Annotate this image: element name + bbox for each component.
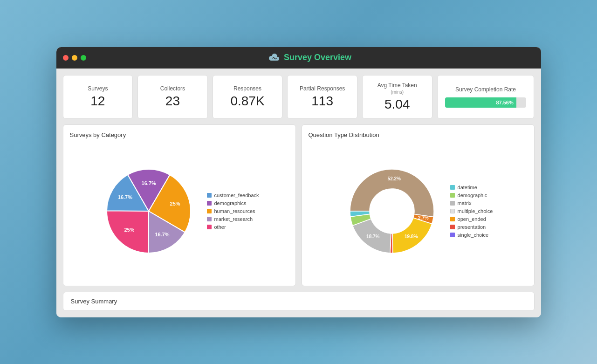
legend-dot-presentation	[450, 225, 455, 229]
svg-text:52.2%: 52.2%	[387, 176, 400, 181]
donut-legend: datetime demographic matrix multipl	[450, 185, 493, 238]
survey-summary-title: Survey Summary	[71, 298, 117, 305]
donut-chart-title: Question Type Distribution	[309, 131, 528, 138]
survey-summary-bar: Survey Summary	[63, 292, 535, 311]
partial-responses-label: Partial Responses	[300, 85, 345, 92]
surveys-card: Surveys 12	[63, 75, 133, 119]
maximize-button[interactable]	[81, 55, 86, 61]
donut-chart-content: 52.2%2.7%19.8%18.7% datetime demographic	[309, 143, 528, 279]
legend-item-market-research: market_research	[207, 216, 259, 222]
pie-legend: customer_feedback demographics human_res…	[207, 192, 259, 230]
donut-chart-card: Question Type Distribution 52.2%2.7%19.8…	[302, 124, 535, 286]
legend-dot-single-choice	[450, 233, 455, 237]
avg-time-value: 5.04	[384, 97, 410, 112]
legend-item-human-resources: human_resources	[207, 208, 259, 214]
legend-item-demographic: demographic	[450, 192, 493, 198]
traffic-lights	[63, 55, 86, 61]
collectors-label: Collectors	[160, 85, 185, 92]
legend-item-customer-feedback: customer_feedback	[207, 192, 259, 198]
legend-dot-market-research	[207, 217, 212, 221]
app-window: Survey Overview Surveys 12 Collectors 23…	[56, 47, 541, 317]
legend-item-other: other	[207, 224, 259, 230]
surveys-label: Surveys	[88, 85, 108, 92]
titlebar-center: Survey Overview	[86, 52, 535, 63]
minimize-button[interactable]	[72, 55, 77, 61]
legend-dot-multiple-choice	[450, 209, 455, 213]
progress-bar-fill: 87.56%	[445, 97, 516, 108]
avg-time-card: Avg Time Taken(mins) 5.04	[362, 75, 432, 119]
completion-rate-card: Survey Completion Rate 87.56%	[437, 75, 535, 119]
svg-text:16.7%: 16.7%	[141, 180, 156, 186]
legend-dot-datetime	[450, 185, 455, 190]
legend-dot-matrix	[450, 201, 455, 206]
svg-text:19.8%: 19.8%	[405, 234, 418, 239]
charts-row: Surveys by Category 16.7%16.7%25%16.7%25…	[63, 124, 535, 286]
legend-dot-human-resources	[207, 209, 212, 213]
legend-dot-demographic	[450, 193, 455, 198]
legend-item-datetime: datetime	[450, 185, 493, 190]
main-content: Surveys 12 Collectors 23 Responses 0.87K…	[56, 69, 541, 317]
legend-item-demographics: demographics	[207, 200, 259, 206]
legend-item-single-choice: single_choice	[450, 232, 493, 238]
pie-chart-svg: 16.7%16.7%25%16.7%25%	[100, 162, 198, 260]
completion-rate-label: Survey Completion Rate	[455, 86, 516, 93]
stats-row: Surveys 12 Collectors 23 Responses 0.87K…	[63, 75, 535, 119]
titlebar: Survey Overview	[56, 47, 541, 69]
svg-text:25%: 25%	[170, 201, 180, 206]
collectors-value: 23	[165, 94, 180, 109]
responses-value: 0.87K	[230, 94, 264, 109]
donut-chart-svg: 52.2%2.7%19.8%18.7%	[343, 162, 441, 260]
legend-dot-demographics	[207, 201, 212, 206]
legend-dot-open-ended	[450, 217, 455, 221]
progress-label: 87.56%	[496, 100, 513, 105]
legend-item-multiple-choice: multiple_choice	[450, 208, 493, 214]
legend-item-open-ended: open_ended	[450, 216, 493, 222]
avg-time-label: Avg Time Taken(mins)	[377, 82, 417, 95]
svg-text:18.7%: 18.7%	[366, 234, 379, 239]
svg-text:16.7%: 16.7%	[117, 194, 132, 199]
partial-responses-card: Partial Responses 113	[287, 75, 357, 119]
app-title: Survey Overview	[284, 53, 351, 62]
pie-chart-title: Surveys by Category	[70, 131, 289, 138]
partial-responses-value: 113	[311, 94, 333, 109]
pie-chart-card: Surveys by Category 16.7%16.7%25%16.7%25…	[63, 124, 296, 286]
progress-bar-container: 87.56%	[445, 97, 527, 108]
responses-card: Responses 0.87K	[213, 75, 283, 119]
pie-chart-content: 16.7%16.7%25%16.7%25% customer_feedback …	[70, 143, 289, 279]
svg-text:25%: 25%	[124, 227, 134, 233]
collectors-card: Collectors 23	[137, 75, 208, 119]
legend-item-matrix: matrix	[450, 200, 493, 206]
close-button[interactable]	[63, 55, 69, 61]
legend-dot-other	[207, 225, 212, 229]
app-icon	[269, 52, 280, 63]
legend-item-presentation: presentation	[450, 224, 493, 230]
svg-text:16.7%: 16.7%	[155, 231, 169, 237]
surveys-value: 12	[90, 94, 105, 109]
responses-label: Responses	[233, 85, 261, 92]
legend-dot-customer-feedback	[207, 193, 212, 198]
